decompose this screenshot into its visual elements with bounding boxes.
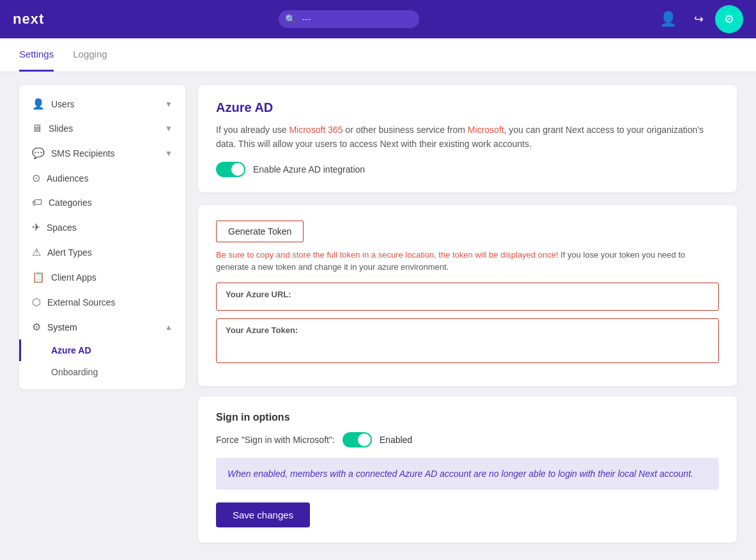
search-wrap: 🔍 — [279, 10, 419, 28]
token-note-highlight: Be sure to copy and store the full token… — [216, 250, 559, 260]
azure-ad-toggle[interactable] — [216, 162, 245, 177]
force-signin-row: Force "Sign in with Microsoft": Enabled — [216, 432, 719, 447]
azure-ad-card: Azure AD If you already use Microsoft 36… — [198, 85, 737, 192]
sidebar-item-label: SMS Recipients — [51, 148, 115, 159]
chevron-down-icon: ▼ — [165, 124, 173, 133]
sub-item-label: Onboarding — [51, 367, 98, 377]
categories-icon: 🏷 — [32, 197, 42, 208]
search-input[interactable] — [279, 10, 419, 28]
azure-token-box[interactable]: Your Azure Token: — [216, 318, 719, 363]
chevron-down-icon: ▼ — [165, 100, 173, 109]
search-icon: 🔍 — [285, 14, 296, 24]
sidebar-item-system[interactable]: ⚙ System ▲ — [19, 315, 185, 339]
header-actions: 👤 ↪ ⚙ — [654, 5, 743, 33]
alert-icon: ⚠ — [32, 246, 41, 258]
azure-url-box[interactable]: Your Azure URL: — [216, 283, 719, 311]
sidebar-item-external-sources[interactable]: ⬡ External Sources — [19, 290, 185, 315]
sidebar-item-label: Spaces — [47, 222, 77, 233]
highlight-microsoft365: Microsoft 365 — [289, 125, 343, 135]
enable-toggle-row: Enable Azure AD integration — [216, 162, 719, 177]
sub-item-label: Azure AD — [51, 345, 91, 355]
slides-icon: 🖥 — [32, 123, 42, 134]
app-logo: next — [13, 11, 44, 27]
chevron-up-icon: ▲ — [165, 323, 173, 332]
sidebar-item-audiences[interactable]: ⊙ Audiences — [19, 166, 185, 191]
settings-button[interactable]: ⚙ — [715, 5, 743, 33]
sms-icon: 💬 — [32, 147, 45, 159]
azure-ad-title: Azure AD — [216, 100, 719, 115]
azure-token-field: Your Azure Token: — [216, 318, 719, 363]
header-center: 🔍 — [279, 10, 419, 28]
app-header: next 🔍 👤 ↪ ⚙ — [0, 0, 756, 38]
tab-logging[interactable]: Logging — [73, 38, 107, 72]
toggle-label: Enable Azure AD integration — [253, 164, 365, 175]
info-box: When enabled, members with a connected A… — [216, 458, 719, 490]
tab-settings[interactable]: Settings — [19, 38, 54, 72]
sign-in-card: Sign in options Force "Sign in with Micr… — [198, 396, 737, 543]
sidebar-item-label: Categories — [49, 198, 92, 208]
main-layout: 👤 Users ▼ 🖥 Slides ▼ 💬 SMS Recipients ▼ … — [0, 72, 756, 556]
sidebar-sub-azure-ad[interactable]: Azure AD — [19, 339, 185, 361]
azure-url-label: Your Azure URL: — [226, 290, 291, 299]
user-button[interactable]: 👤 — [654, 5, 682, 33]
highlight-microsoft: Microsoft — [468, 125, 504, 135]
sidebar-item-label: Alert Types — [47, 247, 92, 258]
sidebar-sub-onboarding[interactable]: Onboarding — [19, 361, 185, 383]
enabled-label: Enabled — [380, 435, 412, 445]
sidebar-item-label: Users — [51, 99, 75, 109]
users-icon: 👤 — [32, 98, 45, 110]
sidebar-item-label: System — [47, 322, 77, 332]
tab-bar: Settings Logging — [0, 38, 756, 72]
sidebar-item-categories[interactable]: 🏷 Categories — [19, 191, 185, 215]
sidebar-item-slides[interactable]: 🖥 Slides ▼ — [19, 116, 185, 141]
spaces-icon: ✈ — [32, 221, 40, 233]
external-sources-icon: ⬡ — [32, 296, 41, 308]
azure-url-field: Your Azure URL: — [216, 283, 719, 311]
sidebar-item-label: Audiences — [47, 173, 88, 183]
generate-token-button[interactable]: Generate Token — [216, 221, 304, 242]
force-signin-toggle[interactable] — [343, 432, 372, 447]
logout-button[interactable]: ↪ — [684, 5, 713, 33]
azure-ad-description: If you already use Microsoft 365 or othe… — [216, 123, 719, 152]
sidebar-item-client-apps[interactable]: 📋 Client Apps — [19, 265, 185, 290]
sidebar-item-label: Slides — [49, 123, 73, 134]
chevron-down-icon: ▼ — [165, 149, 173, 158]
save-changes-button[interactable]: Save changes — [216, 502, 310, 527]
sidebar-item-alert-types[interactable]: ⚠ Alert Types — [19, 240, 185, 265]
sidebar-item-label: Client Apps — [51, 272, 96, 283]
token-card: Generate Token Be sure to copy and store… — [198, 205, 737, 386]
sidebar-item-label: External Sources — [47, 297, 116, 307]
audiences-icon: ⊙ — [32, 172, 40, 184]
sign-in-title: Sign in options — [216, 412, 719, 423]
sidebar-item-spaces[interactable]: ✈ Spaces — [19, 215, 185, 240]
system-icon: ⚙ — [32, 321, 41, 333]
azure-token-label: Your Azure Token: — [226, 325, 298, 335]
client-apps-icon: 📋 — [32, 271, 45, 283]
sidebar-item-users[interactable]: 👤 Users ▼ — [19, 91, 185, 116]
token-note: Be sure to copy and store the full token… — [216, 249, 719, 274]
sidebar: 👤 Users ▼ 🖥 Slides ▼ 💬 SMS Recipients ▼ … — [19, 85, 185, 389]
content-area: Azure AD If you already use Microsoft 36… — [198, 85, 737, 543]
force-signin-label: Force "Sign in with Microsoft": — [216, 435, 335, 445]
sidebar-item-sms-recipients[interactable]: 💬 SMS Recipients ▼ — [19, 141, 185, 166]
